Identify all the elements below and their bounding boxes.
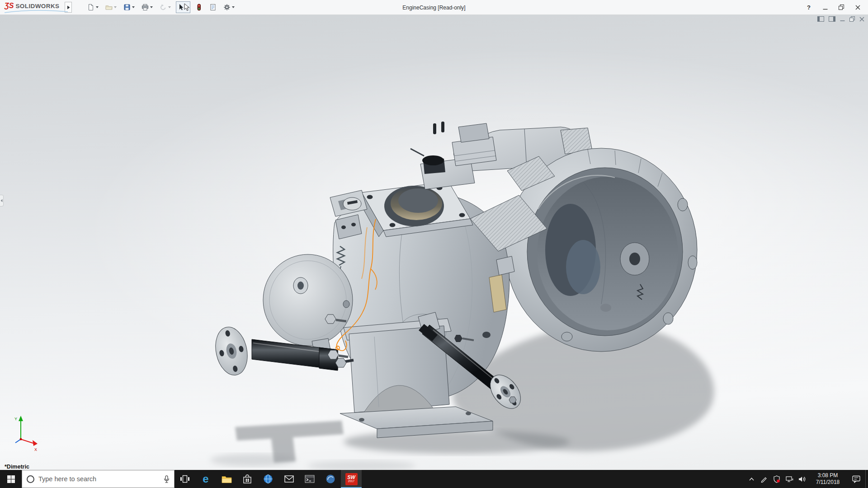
volume-icon (798, 476, 806, 483)
doc-close-icon (859, 17, 864, 22)
triad-y-label: Y (14, 417, 17, 421)
taskbar-app-edge[interactable]: e (195, 470, 216, 488)
pen-icon (760, 475, 768, 483)
doc-minimize-button[interactable] (840, 17, 845, 22)
restore-icon (839, 5, 844, 10)
options-gear-icon (223, 4, 231, 11)
print-button[interactable] (140, 1, 155, 13)
minimize-icon (823, 5, 828, 10)
dropdown-caret (232, 6, 235, 8)
pane-right-icon (829, 16, 835, 22)
undo-button[interactable] (158, 1, 173, 13)
start-button[interactable] (0, 470, 22, 488)
system-tray: 3:08 PM 7/11/2018 (745, 470, 868, 488)
print-icon (142, 4, 149, 11)
windows-logo-icon (7, 475, 15, 483)
taskbar: e (0, 470, 868, 488)
mail-envelope-icon (284, 475, 294, 483)
dropdown-caret (186, 6, 189, 8)
brand-name: SOLIDWORKS (15, 3, 59, 9)
select-cursor-icon (178, 4, 184, 11)
feature-manager-collapse-tab[interactable] (0, 195, 4, 206)
action-center-button[interactable] (847, 470, 865, 488)
taskbar-search[interactable] (22, 470, 175, 488)
tray-security-button[interactable] (770, 470, 783, 488)
chevron-left-icon (0, 199, 3, 202)
restore-button[interactable] (835, 1, 848, 13)
taskbar-app-circle[interactable] (320, 470, 341, 488)
search-input[interactable] (38, 475, 160, 483)
flyout-arrow-icon (67, 5, 70, 9)
pane-left-icon (817, 16, 824, 22)
undo-arrow-icon (160, 4, 167, 11)
new-document-icon (87, 4, 94, 11)
dropdown-caret (132, 6, 135, 8)
rebuild-traffic-light-icon (195, 4, 203, 11)
help-button[interactable]: ? (802, 1, 816, 13)
options-button[interactable] (222, 1, 236, 13)
doc-restore-icon (849, 16, 855, 22)
network-icon (786, 476, 793, 483)
app-circle-icon (326, 474, 335, 484)
document-title: EngineCasing [Read-only] (402, 0, 465, 15)
new-document-button[interactable] (85, 1, 100, 13)
close-icon (855, 5, 860, 10)
tray-pen-button[interactable] (758, 470, 770, 488)
taskbar-clock[interactable]: 3:08 PM 7/11/2018 (808, 470, 847, 488)
dropdown-caret (150, 6, 153, 8)
clock-date: 7/11/2018 (816, 479, 840, 486)
tray-volume-button[interactable] (796, 470, 808, 488)
edge-icon: e (203, 473, 208, 485)
chevron-up-icon (749, 478, 754, 481)
doc-restore-button[interactable] (849, 16, 855, 22)
dropdown-caret (96, 6, 99, 8)
taskbar-app-solidworks[interactable]: SW 2017 (341, 470, 362, 488)
solidworks-2017-icon: SW 2017 (345, 473, 358, 485)
open-button[interactable] (104, 1, 118, 13)
logo-swoosh (3, 9, 70, 13)
pane-left-button[interactable] (817, 16, 824, 22)
reference-triad: Y X (6, 413, 42, 455)
select-tool-button[interactable] (176, 1, 190, 13)
doc-close-button[interactable] (859, 17, 864, 22)
titlebar: ƷS SOLIDWORKS (0, 0, 868, 15)
shield-icon (773, 475, 780, 483)
view-orientation-label: *Dimetric (5, 464, 29, 470)
ds-logo-glyph: ƷS (5, 2, 14, 10)
clock-time: 3:08 PM (818, 472, 838, 479)
minimize-button[interactable] (818, 1, 832, 13)
rebuild-button[interactable] (193, 1, 204, 13)
taskbar-app-browser[interactable] (258, 470, 278, 488)
doc-minimize-icon (840, 17, 845, 22)
cortana-icon (27, 475, 34, 483)
engine-casing-model (0, 15, 868, 470)
close-button[interactable] (851, 1, 864, 13)
taskbar-app-mail[interactable] (278, 470, 299, 488)
store-bag-icon (243, 474, 252, 484)
dropdown-caret (114, 6, 117, 8)
show-desktop-button[interactable] (865, 470, 868, 488)
save-button[interactable] (122, 1, 137, 13)
tray-network-button[interactable] (783, 470, 796, 488)
file-properties-icon (209, 4, 217, 11)
terminal-icon (305, 475, 315, 483)
save-floppy-icon (123, 4, 131, 11)
open-folder-icon (105, 4, 113, 11)
microphone-icon[interactable] (164, 475, 170, 483)
viewport-canvas[interactable]: Y X *Dimetric (0, 15, 868, 470)
action-center-icon (852, 475, 860, 483)
document-window-controls (817, 16, 864, 22)
task-view-button[interactable] (175, 470, 195, 488)
taskbar-app-file-explorer[interactable] (216, 470, 237, 488)
tray-expand-button[interactable] (745, 470, 758, 488)
dropdown-caret (168, 6, 171, 8)
task-view-icon (180, 474, 190, 483)
taskbar-app-terminal[interactable] (299, 470, 320, 488)
pane-right-button[interactable] (829, 16, 835, 22)
solidworks-logo: ƷS SOLIDWORKS (0, 0, 65, 14)
taskbar-app-store[interactable] (237, 470, 258, 488)
file-properties-button[interactable] (208, 1, 218, 13)
quick-access-toolbar (85, 1, 236, 13)
browser-globe-icon (263, 474, 273, 484)
file-explorer-icon (222, 475, 232, 483)
